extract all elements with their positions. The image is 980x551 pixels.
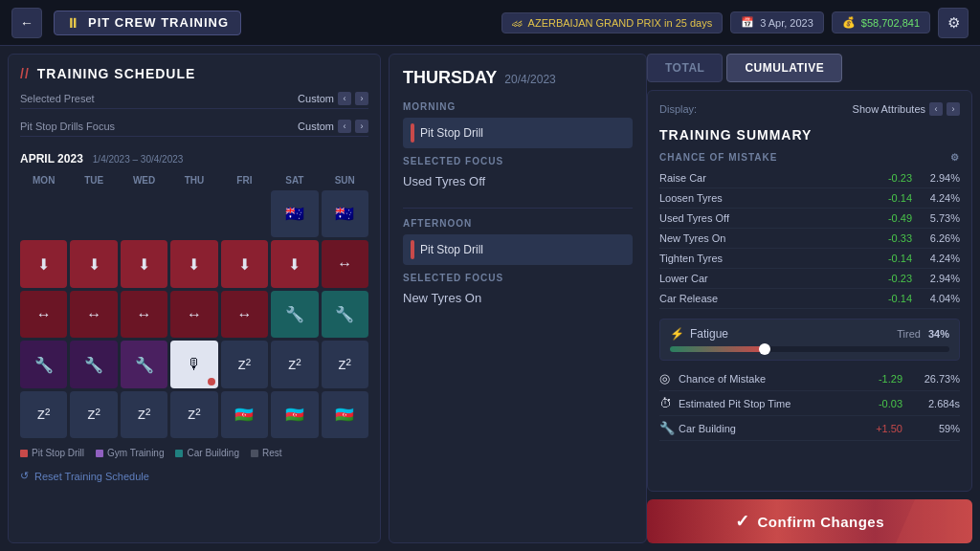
title-bar: ⏸ PIT CREW TRAINING (54, 11, 241, 35)
display-row: Display: Show Attributes ‹ › (659, 102, 960, 116)
stat-used-val: 5.73% (912, 212, 960, 224)
pittime-metric-icon: ⏱ (659, 396, 679, 410)
stat-loosen-delta: -0.14 (864, 192, 912, 204)
cal-day-27[interactable]: z² (170, 391, 217, 438)
cal-day-20-selected[interactable]: 🎙 (170, 341, 217, 387)
cal-header-mon: MON (20, 173, 67, 187)
cal-day-30[interactable]: 🇦🇿 (322, 391, 368, 438)
preset-prev-button[interactable]: ‹ (338, 92, 351, 105)
summary-panel: TOTAL CUMULATIVE Display: Show Attribute… (647, 54, 972, 543)
date-text: 3 Apr, 2023 (760, 17, 813, 29)
session-divider (403, 208, 633, 209)
stat-release-name: Car Release (659, 293, 864, 304)
stat-new-tyres-delta: -0.33 (864, 232, 912, 244)
cal-day-1-sat[interactable]: 🇦🇺 (271, 190, 318, 237)
cal-day-18[interactable]: 🔧 (70, 341, 117, 387)
cal-day-6[interactable]: ⬇ (170, 240, 217, 287)
date-pill: 📅 3 Apr, 2023 (730, 11, 824, 33)
cal-day-14[interactable]: ↔ (221, 291, 268, 338)
legend-gym: Gym Training (96, 448, 164, 458)
cal-day-12[interactable]: ↔ (121, 291, 167, 338)
cal-header-tue: TUE (70, 173, 117, 187)
confirm-changes-button[interactable]: ✓ Confirm Changes (647, 499, 972, 543)
carbuild-metric-icon: 🔧 (659, 421, 679, 435)
stat-tighten-val: 4.24% (912, 253, 960, 264)
cal-day-8[interactable]: ⬇ (271, 240, 318, 287)
fatigue-marker (759, 343, 770, 355)
cal-day-4[interactable]: ⬇ (70, 240, 117, 287)
stat-tighten-name: Tighten Tyres (659, 253, 864, 264)
fatigue-header: ⚡ Fatigue Tired 34% (670, 327, 949, 341)
legend-car-building: Car Building (175, 448, 238, 458)
stat-lower-name: Lower Car (659, 273, 864, 284)
preset-next-button[interactable]: › (355, 92, 368, 105)
settings-button[interactable]: ⚙ (938, 8, 969, 38)
tired-label: Tired (897, 328, 921, 340)
morning-drill-item[interactable]: Pit Stop Drill (403, 118, 633, 148)
fatigue-pct: 34% (928, 328, 949, 340)
tabs-row: TOTAL CUMULATIVE (647, 54, 972, 82)
cal-day-16[interactable]: 🔧 (322, 291, 368, 338)
calendar-grid: MON TUE WED THU FRI SAT SUN 🇦🇺 🇦🇺 ⬇ ⬇ ⬇ … (20, 173, 368, 438)
cal-day-29[interactable]: 🇦🇿 (271, 391, 318, 438)
cal-day-26[interactable]: z² (121, 391, 167, 438)
morning-focus-label: SELECTED FOCUS (403, 156, 633, 166)
afternoon-focus-value: New Tyres On (403, 287, 633, 315)
race-icon: 🏎 (512, 17, 523, 29)
stat-release-delta: -0.14 (864, 293, 912, 304)
display-next-button[interactable]: › (947, 102, 960, 116)
fatigue-bar (670, 346, 949, 352)
stat-car-release: Car Release -0.14 4.04% (659, 289, 960, 309)
cal-day-21[interactable]: z² (221, 341, 268, 387)
day-name: THURSDAY (403, 68, 497, 88)
cal-day-15[interactable]: 🔧 (271, 291, 318, 338)
cal-day-28[interactable]: 🇦🇿 (221, 391, 268, 438)
stat-used-tyres-off: Used Tyres Off -0.49 5.73% (659, 209, 960, 229)
cal-day-3[interactable]: ⬇ (20, 240, 67, 287)
drills-next-button[interactable]: › (355, 120, 368, 133)
pittime-metric-val: 2.684s (902, 398, 960, 409)
drills-prev-button[interactable]: ‹ (338, 120, 351, 133)
cal-day-11[interactable]: ↔ (70, 291, 117, 338)
morning-drill-dot (411, 123, 414, 143)
legend-rest: Rest (251, 448, 282, 458)
afternoon-focus-label: SELECTED FOCUS (403, 273, 633, 283)
cal-day-17[interactable]: 🔧 (20, 341, 67, 387)
cal-header-sat: SAT (271, 173, 318, 187)
cal-day-24[interactable]: z² (20, 391, 67, 438)
money-text: $58,702,841 (861, 17, 920, 29)
tab-total[interactable]: TOTAL (647, 54, 723, 82)
legend-car-label: Car Building (187, 448, 238, 458)
cal-day-9[interactable]: ↔ (322, 240, 368, 287)
tab-cumulative[interactable]: CUMULATIVE (726, 54, 842, 82)
pitstop-icon: ⏸ (66, 15, 80, 31)
cal-day-7[interactable]: ⬇ (221, 240, 268, 287)
legend-rest-label: Rest (262, 448, 282, 458)
stat-new-tyres-name: New Tyres On (659, 232, 864, 244)
cal-day-13[interactable]: ↔ (170, 291, 217, 338)
stat-loosen-name: Loosen Tyres (659, 192, 864, 204)
money-pill: 💰 $58,702,841 (832, 11, 930, 33)
calendar-icon: 📅 (741, 16, 754, 29)
cal-day-10[interactable]: ↔ (20, 291, 67, 338)
display-label: Display: (659, 103, 697, 115)
stat-release-val: 4.04% (912, 293, 960, 304)
cal-day-2-sun[interactable]: 🇦🇺 (322, 190, 368, 237)
cal-day-22[interactable]: z² (271, 341, 318, 387)
pittime-metric-name: Estimated Pit Stop Time (679, 398, 855, 409)
reset-schedule-button[interactable]: ↺ Reset Training Schedule (20, 470, 368, 482)
cal-header-sun: SUN (322, 173, 368, 187)
display-prev-button[interactable]: ‹ (929, 102, 943, 116)
back-button[interactable]: ← (11, 8, 42, 38)
cal-day-25[interactable]: z² (70, 391, 117, 438)
cal-day-23[interactable]: z² (322, 341, 368, 387)
afternoon-drill-item[interactable]: Pit Stop Drill (403, 234, 633, 265)
carbuild-metric-name: Car Building (679, 423, 855, 434)
metric-pit-stop-time: ⏱ Estimated Pit Stop Time -0.03 2.684s (659, 391, 960, 416)
cal-day-5[interactable]: ⬇ (121, 240, 167, 287)
cal-day-19[interactable]: 🔧 (121, 341, 167, 387)
cal-empty-3 (121, 190, 167, 237)
legend-gym-dot (96, 450, 103, 457)
pit-stop-drills-row: Pit Stop Drills Focus Custom ‹ › (20, 117, 368, 137)
training-summary: Display: Show Attributes ‹ › TRAINING SU… (647, 90, 972, 492)
